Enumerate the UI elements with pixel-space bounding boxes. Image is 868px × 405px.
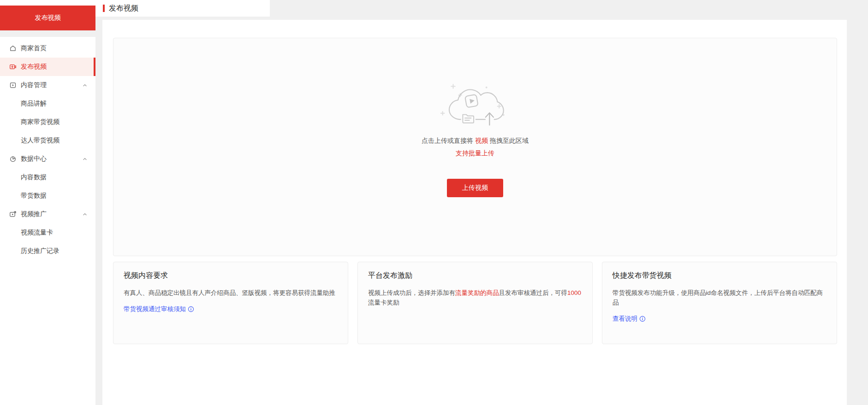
sidebar-item-label: 内容数据 xyxy=(21,173,47,182)
sidebar-item-sales-data[interactable]: 带货数据 xyxy=(0,187,95,205)
sidebar-item-label: 商品讲解 xyxy=(21,100,47,108)
card-title: 平台发布激励 xyxy=(368,271,582,281)
card-body-highlight: 流量奖励的商品 xyxy=(455,289,499,296)
card-body: 有真人、商品稳定出镜且有人声介绍商品、竖版视频，将更容易获得流量助推 xyxy=(124,288,338,298)
upload-arrow-icon xyxy=(486,113,494,125)
sidebar-item-product-explanation[interactable]: 商品讲解 xyxy=(0,94,95,113)
sidebar-item-video-promotion[interactable]: 视频推广 xyxy=(0,205,95,223)
info-card-quick-publish-sales-video: 快捷发布带货视频带货视频发布功能升级，使用商品id命名视频文件，上传后平台将自动… xyxy=(602,262,837,344)
sidebar-item-label: 视频流量卡 xyxy=(21,229,53,237)
card-body-text: 有真人、商品稳定出镜且有人声介绍商品、竖版视频，将更容易获得流量助推 xyxy=(124,289,335,296)
title-accent-bar xyxy=(103,5,105,12)
upload-dropzone[interactable]: 点击上传或直接将 视频 拖拽至此区域 支持批量上传 上传视频 xyxy=(113,38,837,256)
upload-hint-prefix: 点击上传或直接将 xyxy=(422,137,475,144)
play-square-icon xyxy=(465,94,478,108)
sidebar-item-label: 数据中心 xyxy=(21,155,47,163)
sidebar-item-label: 商家带货视频 xyxy=(21,118,59,126)
content-icon xyxy=(9,82,17,89)
upload-hint-suffix: 拖拽至此区域 xyxy=(488,137,529,144)
card-link-label: 带货视频通过审核须知 xyxy=(124,305,186,313)
info-card-platform-publish-incentive: 平台发布激励视频上传成功后，选择并添加有流量奖励的商品且发布审核通过后，可得10… xyxy=(357,262,593,344)
upload-hint-highlight: 视频 xyxy=(475,137,488,144)
upload-hint-line2: 支持批量上传 xyxy=(456,149,494,158)
sidebar-item-merchant-sales-video[interactable]: 商家带货视频 xyxy=(0,113,95,131)
sidebar-divider xyxy=(0,30,95,37)
video-plus-icon xyxy=(9,63,17,71)
chevron-up-icon[interactable] xyxy=(83,83,87,88)
page-title: 发布视频 xyxy=(109,4,138,13)
page-header: 发布视频 xyxy=(95,0,270,17)
info-card-video-content-requirements: 视频内容要求有真人、商品稳定出镜且有人声介绍商品、竖版视频，将更容易获得流量助推… xyxy=(113,262,348,344)
card-body-text: 带货视频发布功能升级，使用商品id命名视频文件，上传后平台将自动匹配商品 xyxy=(612,289,823,306)
info-icon xyxy=(639,315,646,322)
sidebar: 发布视频 商家首页发布视频内容管理商品讲解商家带货视频达人带货视频数据中心内容数… xyxy=(0,0,95,405)
sidebar-item-video-traffic-card[interactable]: 视频流量卡 xyxy=(0,223,95,242)
sidebar-item-promotion-history[interactable]: 历史推广记录 xyxy=(0,242,95,260)
card-body-text: 视频上传成功后，选择并添加有 xyxy=(368,289,455,296)
card-body: 视频上传成功后，选择并添加有流量奖励的商品且发布审核通过后，可得1000流量卡奖… xyxy=(368,288,582,308)
card-title: 视频内容要求 xyxy=(124,271,338,281)
card-body-text: 流量卡奖励 xyxy=(368,299,399,306)
card-link[interactable]: 带货视频通过审核须知 xyxy=(124,305,194,313)
main-panel: 点击上传或直接将 视频 拖拽至此区域 支持批量上传 上传视频 视频内容要求有真人… xyxy=(102,20,847,405)
card-body-highlight: 1000 xyxy=(567,289,581,296)
sidebar-item-label: 达人带货视频 xyxy=(21,136,59,145)
info-icon xyxy=(188,305,194,312)
upload-hint-line1: 点击上传或直接将 视频 拖拽至此区域 xyxy=(422,137,529,145)
sidebar-item-label: 历史推广记录 xyxy=(21,247,59,255)
sidebar-item-label: 内容管理 xyxy=(21,81,47,89)
home-icon xyxy=(9,45,17,53)
sidebar-item-influencer-sales-video[interactable]: 达人带货视频 xyxy=(0,131,95,150)
card-link-label: 查看说明 xyxy=(612,315,637,323)
sidebar-item-content-data[interactable]: 内容数据 xyxy=(0,168,95,187)
sidebar-item-merchant-home[interactable]: 商家首页 xyxy=(0,39,95,58)
upload-cloud-icon xyxy=(440,74,510,131)
pie-chart-icon xyxy=(9,155,17,163)
chevron-up-icon[interactable] xyxy=(83,157,87,161)
card-link[interactable]: 查看说明 xyxy=(612,315,646,323)
card-title: 快捷发布带货视频 xyxy=(612,271,826,281)
sidebar-item-publish-video[interactable]: 发布视频 xyxy=(0,58,95,76)
sidebar-item-label: 商家首页 xyxy=(21,44,47,53)
sidebar-item-label: 发布视频 xyxy=(21,63,47,71)
chevron-up-icon[interactable] xyxy=(83,212,87,217)
publish-video-button[interactable]: 发布视频 xyxy=(0,6,95,30)
sidebar-item-label: 带货数据 xyxy=(21,192,47,200)
sidebar-item-data-center[interactable]: 数据中心 xyxy=(0,150,95,168)
folder-icon xyxy=(461,113,476,125)
sidebar-menu: 商家首页发布视频内容管理商品讲解商家带货视频达人带货视频数据中心内容数据带货数据… xyxy=(0,39,95,260)
dot-decoration xyxy=(486,87,488,88)
sidebar-item-content-management[interactable]: 内容管理 xyxy=(0,76,95,94)
info-cards-row: 视频内容要求有真人、商品稳定出镜且有人声介绍商品、竖版视频，将更容易获得流量助推… xyxy=(113,262,837,344)
card-body: 带货视频发布功能升级，使用商品id命名视频文件，上传后平台将自动匹配商品 xyxy=(612,288,826,308)
publish-video-button-label: 发布视频 xyxy=(35,14,61,22)
video-promo-icon xyxy=(9,211,17,218)
card-body-text: 且发布审核通过后，可得 xyxy=(499,289,568,296)
upload-video-button[interactable]: 上传视频 xyxy=(447,179,503,197)
sidebar-item-label: 视频推广 xyxy=(21,210,47,218)
